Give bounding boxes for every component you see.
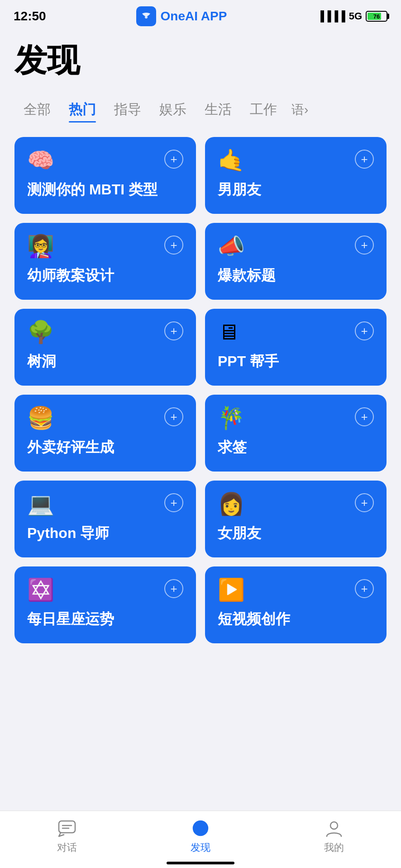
mine-icon bbox=[324, 818, 344, 838]
nav-chat-label: 对话 bbox=[57, 841, 77, 854]
tab-work[interactable]: 工作 bbox=[241, 97, 286, 123]
card-add-button[interactable]: + bbox=[355, 407, 374, 426]
tab-hot[interactable]: 热门 bbox=[60, 97, 105, 123]
card-emoji: ✡️ bbox=[27, 579, 54, 601]
signal-icon: ▐▐▐▐ bbox=[317, 10, 345, 22]
nav-discover-label: 发现 bbox=[191, 841, 210, 854]
card-emoji: 📣 bbox=[218, 236, 245, 257]
tab-guide[interactable]: 指导 bbox=[105, 97, 150, 123]
battery-indicator: 76 bbox=[366, 11, 387, 22]
card-ppt-helper[interactable]: 🖥 + PPT 帮手 bbox=[205, 309, 387, 386]
discover-icon bbox=[191, 818, 210, 838]
card-tree-hole[interactable]: 🌳 + 树洞 bbox=[14, 309, 196, 386]
card-title: 短视频创作 bbox=[218, 610, 374, 629]
card-emoji: 🌳 bbox=[27, 321, 54, 343]
card-title: 测测你的 MBTI 类型 bbox=[27, 180, 183, 199]
card-boyfriend[interactable]: 🤙 + 男朋友 bbox=[205, 137, 387, 214]
status-app: OneAI APP bbox=[136, 6, 227, 26]
tab-more[interactable]: 语 › bbox=[286, 98, 314, 122]
category-tabs: 全部 热门 指导 娱乐 生活 工作 语 › bbox=[14, 97, 387, 123]
svg-point-1 bbox=[145, 16, 148, 19]
card-viral-title[interactable]: 📣 + 爆款标题 bbox=[205, 223, 387, 300]
card-add-button[interactable]: + bbox=[164, 150, 183, 169]
tab-life[interactable]: 生活 bbox=[196, 97, 241, 123]
card-add-button[interactable]: + bbox=[355, 236, 374, 255]
card-title: 求签 bbox=[218, 438, 374, 457]
card-add-button[interactable]: + bbox=[355, 493, 374, 512]
tab-entertainment[interactable]: 娱乐 bbox=[150, 97, 196, 123]
nav-chat[interactable]: 对话 bbox=[57, 818, 77, 854]
card-emoji: 🍔 bbox=[27, 407, 54, 429]
nav-mine[interactable]: 我的 bbox=[324, 818, 344, 854]
card-title: Python 导师 bbox=[27, 524, 183, 543]
nav-discover[interactable]: 发现 bbox=[191, 818, 210, 854]
card-title: 树洞 bbox=[27, 352, 183, 371]
card-title: 幼师教案设计 bbox=[27, 266, 183, 285]
card-emoji: 💻 bbox=[27, 493, 54, 515]
card-add-button[interactable]: + bbox=[164, 579, 183, 598]
card-python-tutor[interactable]: 💻 + Python 导师 bbox=[14, 481, 196, 557]
cards-grid: 🧠 + 测测你的 MBTI 类型 🤙 + 男朋友 👩‍🏫 + 幼师教案设计 📣 bbox=[14, 137, 387, 643]
card-horoscope[interactable]: ✡️ + 每日星座运势 bbox=[14, 566, 196, 643]
card-add-button[interactable]: + bbox=[164, 236, 183, 255]
battery-label: 76 bbox=[373, 13, 380, 20]
bottom-nav: 对话 发现 我的 bbox=[0, 811, 401, 868]
card-emoji: 🤙 bbox=[218, 150, 245, 171]
card-title: PPT 帮手 bbox=[218, 352, 374, 371]
svg-point-7 bbox=[330, 822, 338, 829]
card-emoji: 👩‍🏫 bbox=[27, 236, 54, 257]
status-right: ▐▐▐▐ 5G 76 bbox=[317, 10, 387, 22]
card-add-button[interactable]: + bbox=[355, 579, 374, 598]
card-add-button[interactable]: + bbox=[164, 321, 183, 340]
network-label: 5G bbox=[349, 10, 362, 22]
card-emoji: 🖥 bbox=[218, 321, 239, 343]
nav-mine-label: 我的 bbox=[324, 841, 344, 854]
card-short-video[interactable]: ▶️ + 短视频创作 bbox=[205, 566, 387, 643]
card-emoji: 🎋 bbox=[218, 407, 245, 429]
card-title: 爆款标题 bbox=[218, 266, 374, 285]
card-fortune[interactable]: 🎋 + 求签 bbox=[205, 395, 387, 472]
card-mbti[interactable]: 🧠 + 测测你的 MBTI 类型 bbox=[14, 137, 196, 214]
tab-all[interactable]: 全部 bbox=[14, 97, 60, 123]
card-emoji: 🧠 bbox=[27, 150, 54, 171]
card-title: 外卖好评生成 bbox=[27, 438, 183, 457]
main-content: 发现 全部 热门 指导 娱乐 生活 工作 语 › 🧠 + 测测你的 MBTI 类… bbox=[0, 30, 401, 707]
card-add-button[interactable]: + bbox=[355, 321, 374, 340]
svg-rect-2 bbox=[59, 821, 75, 833]
card-girlfriend[interactable]: 👩 + 女朋友 bbox=[205, 481, 387, 557]
app-title: OneAI APP bbox=[161, 9, 227, 24]
status-bar: 12:50 OneAI APP ▐▐▐▐ 5G 76 bbox=[0, 0, 401, 30]
card-title: 每日星座运势 bbox=[27, 610, 183, 629]
status-time: 12:50 bbox=[14, 9, 46, 24]
card-emoji: 👩 bbox=[218, 493, 245, 515]
chat-icon bbox=[57, 818, 77, 838]
card-add-button[interactable]: + bbox=[164, 407, 183, 426]
card-emoji: ▶️ bbox=[218, 579, 245, 601]
card-title: 女朋友 bbox=[218, 524, 374, 543]
card-delivery-review[interactable]: 🍔 + 外卖好评生成 bbox=[14, 395, 196, 472]
card-add-button[interactable]: + bbox=[355, 150, 374, 169]
card-title: 男朋友 bbox=[218, 180, 374, 199]
page-title: 发现 bbox=[14, 39, 387, 82]
card-kindergarten-teacher[interactable]: 👩‍🏫 + 幼师教案设计 bbox=[14, 223, 196, 300]
card-add-button[interactable]: + bbox=[164, 493, 183, 512]
home-indicator bbox=[167, 862, 234, 864]
app-icon bbox=[136, 6, 156, 26]
